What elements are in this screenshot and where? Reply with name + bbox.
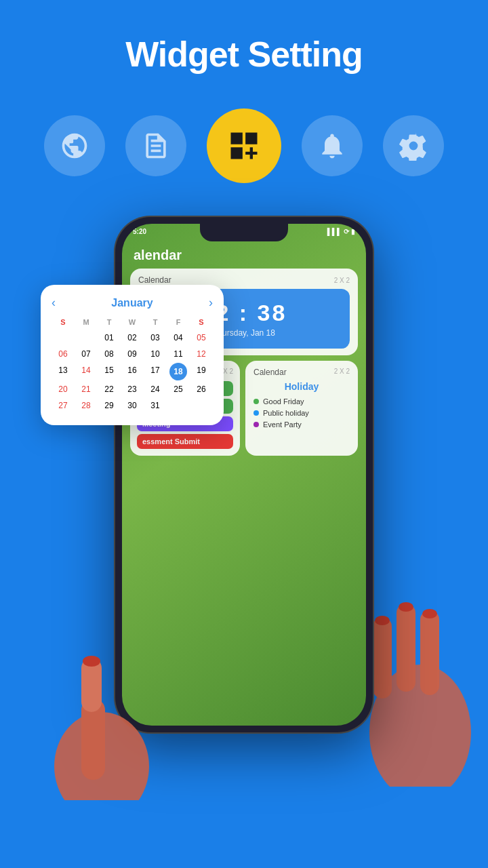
widget1-title: Calendar (138, 275, 171, 285)
cal-day-12[interactable]: 12 (190, 347, 213, 361)
day-header-fri: F (167, 317, 190, 328)
document-icon (141, 131, 171, 161)
holiday-item-2: Public holiday (253, 409, 350, 417)
cal-day-29[interactable]: 29 (98, 398, 121, 413)
cal-day-21[interactable]: 21 (75, 382, 98, 397)
cal-day-24[interactable]: 24 (144, 382, 167, 397)
page-title: Widget Setting (0, 34, 488, 75)
cal-day-26[interactable]: 26 (190, 382, 213, 397)
holiday-title: Holiday (253, 381, 350, 392)
dot-blue (253, 410, 259, 416)
svg-point-4 (369, 665, 471, 787)
day-header-sun: S (52, 317, 75, 328)
cal-day-10[interactable]: 10 (144, 347, 167, 361)
cal-day-03[interactable]: 03 (144, 330, 167, 345)
day-header-sat: S (190, 317, 213, 328)
icon-row (0, 108, 488, 183)
signal-icon: ▌▌▌ (327, 228, 342, 235)
svg-point-8 (375, 616, 390, 625)
dot-green (253, 399, 259, 404)
cal-day-05[interactable]: 05 (190, 330, 213, 345)
svg-rect-1 (81, 698, 105, 780)
cal-next-button[interactable]: › (209, 296, 213, 310)
cal-day-14[interactable]: 14 (75, 363, 98, 380)
holiday-item-3: Event Party (253, 420, 350, 429)
globe-icon (60, 131, 89, 161)
cal-prev-button[interactable]: ‹ (52, 296, 56, 310)
day-header-tue: T (98, 317, 121, 328)
bell-icon-button[interactable] (302, 115, 363, 176)
battery-icon: ▮ (351, 228, 355, 235)
screen-calendar-label: alendar (130, 248, 358, 263)
cal-day-20[interactable]: 20 (52, 382, 75, 397)
bell-icon (317, 131, 347, 161)
widget-add-icon-button[interactable] (207, 108, 281, 183)
day-header-wed: W (121, 317, 144, 328)
globe-icon-button[interactable] (44, 115, 105, 176)
cal-day-22[interactable]: 22 (98, 382, 121, 397)
svg-point-9 (399, 602, 413, 612)
widget2-size: 2 X 2 (334, 368, 350, 377)
widget1-size: 2 X 2 (334, 277, 350, 284)
cal-day-18-today[interactable]: 18 (169, 363, 187, 380)
cal-day-09[interactable]: 09 (121, 347, 144, 361)
calendar-popup[interactable]: ‹ January › S M T W T F S 01 02 03 04 05… (41, 285, 224, 425)
todo-item-4: essment Submit (137, 434, 233, 449)
wifi-icon: ⟳ (344, 228, 349, 235)
status-bar: 5:20 ▌▌▌ ⟳ ▮ (133, 228, 355, 235)
cal-day-empty1 (52, 330, 75, 345)
cal-day-01[interactable]: 01 (98, 330, 121, 345)
cal-day-27[interactable]: 27 (52, 398, 75, 413)
cal-day-13-empty: 13 (52, 363, 75, 380)
settings-icon-button[interactable] (383, 115, 444, 176)
svg-rect-2 (81, 658, 102, 712)
cal-day-31[interactable]: 31 (144, 398, 167, 413)
cal-header: ‹ January › (52, 296, 213, 310)
cal-day-23[interactable]: 23 (121, 382, 144, 397)
cal-day-30[interactable]: 30 (121, 398, 144, 413)
cal-grid: 01 02 03 04 05 06 07 08 09 10 11 12 13 1… (52, 330, 213, 414)
status-icons: ▌▌▌ ⟳ ▮ (327, 228, 355, 235)
cal-day-19[interactable]: 19 (190, 363, 213, 380)
document-icon-button[interactable] (125, 115, 186, 176)
svg-point-10 (422, 609, 437, 618)
svg-rect-5 (373, 617, 392, 698)
holiday-widget[interactable]: Calendar 2 X 2 Holiday Good Friday Publi… (245, 361, 358, 456)
cal-days-header: S M T W T F S (52, 317, 213, 328)
holiday-item-1: Good Friday (253, 397, 350, 406)
cal-day-06[interactable]: 06 (52, 347, 75, 361)
cal-day-empty2 (75, 330, 98, 345)
svg-rect-7 (420, 610, 439, 695)
cal-day-08[interactable]: 08 (98, 347, 121, 361)
svg-rect-6 (396, 604, 415, 692)
day-header-thu: T (144, 317, 167, 328)
svg-point-3 (83, 656, 100, 667)
cal-day-17[interactable]: 17 (144, 363, 167, 380)
cal-day-07[interactable]: 07 (75, 347, 98, 361)
cal-day-28[interactable]: 28 (75, 398, 98, 413)
cal-month: January (111, 297, 152, 309)
day-header-mon: M (75, 317, 98, 328)
settings-icon (399, 131, 428, 161)
header: Widget Setting (0, 0, 488, 88)
hand-right (366, 515, 474, 787)
cal-day-04[interactable]: 04 (167, 330, 190, 345)
cal-day-02[interactable]: 02 (121, 330, 144, 345)
cal-day-25[interactable]: 25 (167, 382, 190, 397)
cal-day-16[interactable]: 16 (121, 363, 144, 380)
cal-day-11[interactable]: 11 (167, 347, 190, 361)
cal-day-15[interactable]: 15 (98, 363, 121, 380)
widget2-title: Calendar (253, 368, 287, 377)
dot-purple (253, 422, 259, 427)
status-time: 5:20 (133, 228, 146, 235)
widget-add-icon (226, 128, 262, 163)
